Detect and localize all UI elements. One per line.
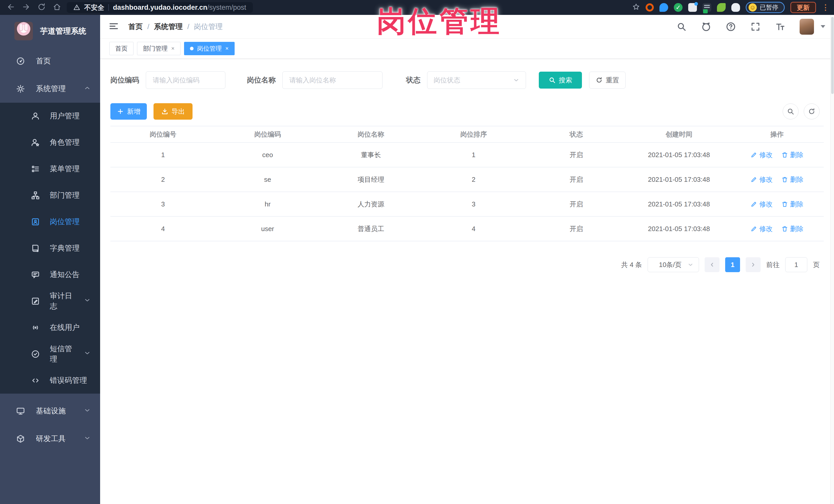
close-icon[interactable]: × [225,45,229,52]
col-header: 状态 [525,130,628,139]
prev-page-button[interactable] [705,257,720,272]
search-icon[interactable] [676,22,687,32]
scrollbar-thumb[interactable] [831,17,834,94]
sidebar-item-audit-log[interactable]: 审计日志 [0,288,100,314]
extension-icon[interactable] [645,3,654,12]
sidebar-item-dev-tools[interactable]: 研发工具 [0,425,100,453]
extensions-puzzle-icon[interactable] [731,3,740,12]
chevron-down-icon [84,297,91,306]
sidebar-item-notices[interactable]: 通知公告 [0,261,100,288]
home-icon[interactable] [53,3,61,12]
sidebar-item-home[interactable]: 首页 [0,47,100,75]
cell-code: ceo [216,151,320,159]
avatar-caret-icon[interactable] [821,25,825,28]
cell-id: 1 [110,151,216,159]
export-button[interactable]: 导出 [154,103,193,119]
sidebar-item-label: 字典管理 [50,243,91,254]
address-bar[interactable]: 不安全 dashboard.yudao.iocoder.cn/system/po… [67,2,253,13]
post-name-input[interactable] [282,71,382,89]
col-header: 创建时间 [628,130,730,139]
extension-icon[interactable] [717,3,726,12]
chevron-up-icon [84,85,91,93]
delete-link[interactable]: 删除 [782,224,804,234]
status-select[interactable]: 岗位状态 [427,71,526,89]
cell-code: hr [216,200,320,208]
user-avatar[interactable] [799,19,814,35]
close-icon[interactable]: × [171,45,175,52]
current-page[interactable]: 1 [725,257,740,272]
tag-dept[interactable]: 部门管理 × [137,42,180,55]
online-signal-icon [31,323,40,332]
font-size-icon[interactable] [775,22,785,32]
help-icon[interactable] [726,22,736,32]
sidebar-item-users[interactable]: 用户管理 [0,103,100,129]
sidebar-item-online-users[interactable]: 在线用户 [0,314,100,341]
breadcrumb-home[interactable]: 首页 [128,22,143,31]
browser-scrollbar[interactable] [830,15,834,504]
extension-icon[interactable] [659,3,668,12]
sidebar-item-depts[interactable]: 部门管理 [0,182,100,209]
sidebar-item-error-codes[interactable]: 错误码管理 [0,367,100,394]
search-button[interactable]: 搜索 [539,72,582,89]
browser-nav [0,3,67,12]
forward-icon[interactable] [22,3,30,12]
sidebar-item-label: 研发工具 [36,434,73,444]
edit-label: 修改 [759,200,773,209]
goto-page-input[interactable] [785,257,807,272]
extension-icon[interactable]: ✓ [674,3,683,12]
tag-home[interactable]: 首页 [109,42,133,55]
sidebar-item-dicts[interactable]: 字典管理 [0,235,100,261]
cell-code: user [216,225,320,233]
extension-icon[interactable] [703,3,711,12]
sidebar-fold-icon[interactable] [109,21,118,32]
browser-update-button[interactable]: 更新 [790,2,816,13]
edit-link[interactable]: 修改 [751,200,773,209]
cell-actions: 修改 删除 [730,200,824,209]
sidebar-item-sms[interactable]: 短信管理 [0,341,100,367]
extension-icon[interactable] [688,3,697,12]
header-actions [676,19,825,35]
reset-button[interactable]: 重置 [589,72,626,89]
sidebar-item-system[interactable]: 系统管理 [0,75,100,103]
sidebar-item-posts[interactable]: 岗位管理 [0,209,100,235]
delete-link[interactable]: 删除 [782,175,804,184]
sidebar-item-roles[interactable]: 角色管理 [0,129,100,156]
page-size-select[interactable]: 10条/页 [648,257,699,272]
post-code-input[interactable] [146,71,225,89]
sidebar-logo-row[interactable]: 芋道管理系统 [0,15,100,47]
refresh-button[interactable] [804,104,820,119]
paused-label: 已暂停 [760,3,778,12]
add-button[interactable]: 新增 [110,103,147,119]
pencil-icon [751,176,757,183]
page: 岗位管理 不安全 dashboard.yudao.iocoder.cn/syst… [0,0,834,504]
sidebar-item-label: 审计日志 [50,291,74,311]
pencil-icon [751,225,757,232]
hide-search-button[interactable] [783,104,798,119]
tag-post-active[interactable]: 岗位管理 × [184,42,235,55]
breadcrumb-system[interactable]: 系统管理 [154,22,183,31]
next-page-button[interactable] [746,257,761,272]
edit-link[interactable]: 修改 [751,224,773,234]
reload-icon[interactable] [38,3,46,12]
table-row: 3 hr 人力资源 3 开启 2021-01-05 17:03:48 修改 删除 [110,192,824,217]
list-icon [31,164,40,174]
back-icon[interactable] [7,3,15,12]
col-header: 操作 [730,130,824,139]
profile-paused-pill[interactable]: ☺ 已暂停 [746,2,785,13]
gear-icon [16,84,25,93]
fullscreen-icon[interactable] [750,22,761,32]
bookmark-star-icon[interactable] [632,3,640,12]
not-secure-warning-icon [73,4,80,11]
sidebar-item-menus[interactable]: 菜单管理 [0,156,100,182]
browser-menu-icon[interactable]: ⋮ [822,4,829,11]
col-header: 岗位编码 [216,130,320,139]
sidebar-item-infra[interactable]: 基础设施 [0,397,100,425]
delete-link[interactable]: 删除 [782,151,804,159]
github-icon[interactable] [701,22,711,32]
delete-link[interactable]: 删除 [782,200,804,209]
edit-link[interactable]: 修改 [751,175,773,184]
page-content: 岗位编码 岗位名称 状态 岗位状态 搜索 重置 [100,59,834,504]
edit-link[interactable]: 修改 [751,151,773,159]
sidebar-item-label: 短信管理 [50,344,74,364]
search-icon [787,108,794,115]
